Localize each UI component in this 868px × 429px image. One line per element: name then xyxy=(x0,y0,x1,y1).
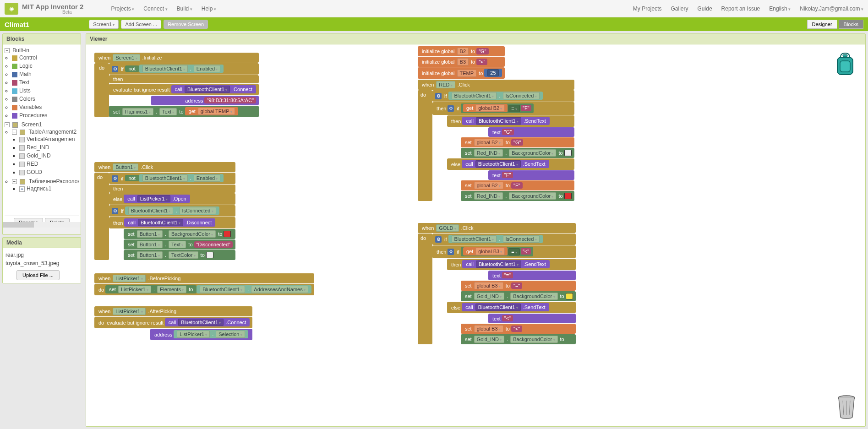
block-stack[interactable]: whenListPicker1.AfterPicking doevaluate … xyxy=(94,306,252,341)
tree-tablearr2[interactable]: TableArrangement2 xyxy=(28,129,76,135)
component-icon xyxy=(19,137,25,142)
component-icon xyxy=(20,179,25,185)
tab-blocks[interactable]: Blocks xyxy=(839,20,863,29)
tree-control[interactable]: Control xyxy=(19,54,37,61)
block-stack[interactable]: whenGOLD.Click do ⚙if BluetoothClient1.I… xyxy=(418,223,576,345)
tree-screen1[interactable]: Screen1 xyxy=(22,121,42,128)
add-screen-button[interactable]: Add Screen ... xyxy=(121,20,161,29)
component-icon xyxy=(19,162,25,167)
block-stack[interactable]: initialize globalB2to" G " initialize gl… xyxy=(418,46,505,79)
gear-icon[interactable]: ⚙ xyxy=(448,249,454,255)
svg-rect-2 xyxy=(843,54,847,57)
media-file[interactable]: rear.jpg xyxy=(5,251,78,259)
menu-help[interactable]: Help xyxy=(202,5,216,12)
logic-icon xyxy=(12,64,17,69)
menu-connect[interactable]: Connect xyxy=(143,5,167,12)
tree-colors[interactable]: Colors xyxy=(19,96,35,102)
language-select[interactable]: English xyxy=(769,5,791,12)
media-file[interactable]: toyota_crown_53.jpeg xyxy=(5,259,78,267)
tree-toggle[interactable]: − xyxy=(12,130,17,135)
component-icon xyxy=(19,153,25,159)
tree-logic[interactable]: Logic xyxy=(19,63,33,69)
link-report-issue[interactable]: Report an Issue xyxy=(721,5,760,12)
tree-item[interactable]: Надпись1 xyxy=(27,185,51,192)
block-stack[interactable]: whenScreen1.Initialize do ⚙if not Blueto… xyxy=(94,53,259,118)
block-stack[interactable]: whenButton1.Click do ⚙if not BluetoothCl… xyxy=(94,162,235,261)
gear-icon[interactable]: ⚙ xyxy=(448,105,454,112)
project-bar: Climat1 Screen1 Add Screen ... Remove Sc… xyxy=(0,17,868,31)
tab-designer[interactable]: Designer xyxy=(807,20,837,29)
tree-item[interactable]: Red_IND xyxy=(27,144,49,151)
control-icon xyxy=(12,55,17,61)
tree-math[interactable]: Math xyxy=(19,71,32,77)
tree-item[interactable]: RED xyxy=(27,161,38,167)
tree-text[interactable]: Text xyxy=(19,79,29,86)
block-stack[interactable]: whenRED.Click do ⚙if BluetoothClient1.Is… xyxy=(418,80,574,201)
tree-lists[interactable]: Lists xyxy=(19,87,31,94)
tree-toggle[interactable]: − xyxy=(5,122,10,127)
component-icon xyxy=(20,130,25,135)
component-icon xyxy=(19,145,25,151)
color-swatch xyxy=(566,293,573,299)
label-icon: A xyxy=(19,186,25,192)
gear-icon[interactable]: ⚙ xyxy=(435,236,442,243)
tree-builtin[interactable]: Built-in xyxy=(12,47,29,54)
screen-icon xyxy=(12,122,18,128)
color-swatch xyxy=(206,252,213,258)
gear-icon[interactable]: ⚙ xyxy=(112,208,118,214)
menu-build[interactable]: Build xyxy=(177,5,192,12)
tree-toggle[interactable]: − xyxy=(5,48,10,53)
main-menu: Projects Connect Build Help xyxy=(111,5,216,12)
block-stack[interactable]: whenListPicker1.BeforePicking do setList… xyxy=(94,273,314,296)
tree-scrollbar[interactable] xyxy=(3,222,81,228)
media-panel-header: Media xyxy=(3,238,81,248)
trash-icon[interactable] xyxy=(836,394,857,419)
link-my-projects[interactable]: My Projects xyxy=(633,5,662,12)
remove-screen-button[interactable]: Remove Screen xyxy=(164,20,208,29)
user-menu[interactable]: Nikolay.Jam@gmail.com xyxy=(800,5,863,12)
gear-icon[interactable]: ⚙ xyxy=(435,93,442,99)
media-panel: Media rear.jpg toyota_crown_53.jpeg Uplo… xyxy=(2,237,81,283)
gear-icon[interactable]: ⚙ xyxy=(112,66,118,72)
backpack-icon[interactable] xyxy=(834,52,857,77)
tree-procedures[interactable]: Procedures xyxy=(19,112,47,119)
tree-variables[interactable]: Variables xyxy=(19,104,42,110)
svg-rect-1 xyxy=(840,61,850,72)
viewer-header: Viewer xyxy=(86,34,865,44)
color-swatch xyxy=(564,193,572,199)
screen-select[interactable]: Screen1 xyxy=(89,20,119,29)
math-icon xyxy=(12,72,17,77)
tree-item[interactable]: ТабличноеРасположе xyxy=(29,178,79,185)
gear-icon[interactable]: ⚙ xyxy=(112,175,118,182)
colors-icon xyxy=(12,97,17,102)
blocks-canvas[interactable]: whenScreen1.Initialize do ⚙if not Blueto… xyxy=(88,46,863,424)
menu-projects[interactable]: Projects xyxy=(111,5,134,12)
link-guide[interactable]: Guide xyxy=(698,5,712,12)
upload-file-button[interactable]: Upload File ... xyxy=(16,270,60,280)
color-swatch xyxy=(564,150,572,156)
lists-icon xyxy=(12,88,17,94)
beta-label: Beta xyxy=(62,10,83,15)
tree-toggle[interactable]: − xyxy=(12,179,17,184)
link-gallery[interactable]: Gallery xyxy=(671,5,688,12)
app-logo-icon: ◉ xyxy=(5,3,18,15)
blocks-panel-header: Blocks xyxy=(3,34,81,44)
variables-icon xyxy=(12,105,17,110)
color-swatch xyxy=(224,231,231,237)
tree-item[interactable]: Gold_IND xyxy=(27,152,51,159)
project-title: Climat1 xyxy=(5,21,29,28)
text-icon xyxy=(12,80,17,86)
tree-item[interactable]: GOLD xyxy=(27,169,42,175)
component-icon xyxy=(19,170,25,175)
procedures-icon xyxy=(12,113,17,119)
top-bar: ◉ MIT App Inventor 2 Beta Projects Conne… xyxy=(0,0,868,17)
blocks-panel: Blocks − Built-in Control Logic Math Tex… xyxy=(2,33,81,235)
tree-item[interactable]: VerticalArrangemen xyxy=(27,136,75,142)
